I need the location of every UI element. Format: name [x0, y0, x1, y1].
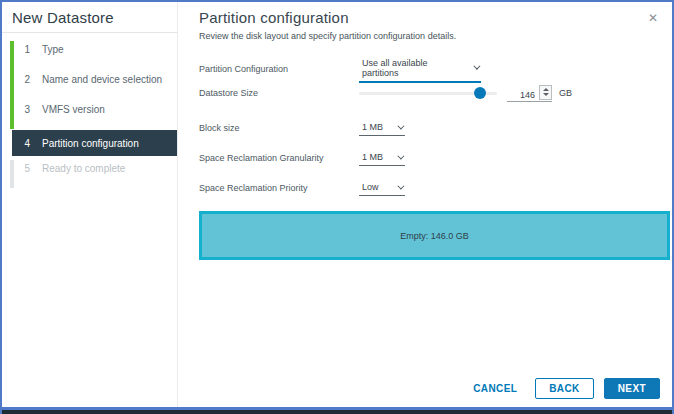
- space-reclamation-priority-row: Space Reclamation Priority Low: [199, 180, 405, 196]
- next-button[interactable]: NEXT: [604, 378, 660, 399]
- chevron-down-icon: [397, 182, 404, 189]
- wizard-footer: CANCEL BACK NEXT: [471, 378, 660, 399]
- selected-value: 1 MB: [362, 122, 383, 132]
- space-reclamation-priority-label: Space Reclamation Priority: [199, 183, 359, 193]
- partition-bar-label: Empty: 146.0 GB: [400, 231, 469, 241]
- dialog-title: New Datastore: [12, 9, 114, 26]
- step-label: VMFS version: [42, 104, 105, 115]
- space-reclamation-priority-select[interactable]: Low: [359, 180, 405, 196]
- selected-value: Use all available partitions: [362, 58, 465, 78]
- partition-configuration-select[interactable]: Use all available partitions: [359, 56, 481, 83]
- dialog-bottom-edge: [2, 407, 672, 414]
- selected-value: 1 MB: [362, 152, 383, 162]
- partition-configuration-row: Partition Configuration Use all availabl…: [199, 61, 481, 77]
- sidebar-step-partition-configuration[interactable]: 4 Partition configuration: [12, 130, 177, 156]
- wizard-content: Partition configuration ✕ Review the dis…: [179, 2, 672, 414]
- stepper-up-icon[interactable]: [543, 88, 549, 91]
- new-datastore-dialog: New Datastore 1 Type 2 Name and device s…: [0, 0, 674, 414]
- sidebar-step-name-device[interactable]: 2 Name and device selection: [2, 74, 178, 85]
- disk-layout-empty-partition: Empty: 146.0 GB: [199, 211, 670, 260]
- datastore-size-row: Datastore Size GB: [199, 85, 572, 101]
- cancel-button[interactable]: CANCEL: [471, 379, 519, 398]
- step-number: 5: [23, 163, 30, 174]
- sidebar-divider: [2, 32, 177, 33]
- wizard-sidebar: New Datastore 1 Type 2 Name and device s…: [2, 2, 178, 414]
- step-number: 2: [23, 74, 30, 85]
- selected-value: Low: [362, 182, 379, 192]
- step-number: 1: [23, 44, 30, 55]
- slider-handle[interactable]: [474, 87, 486, 99]
- block-size-select[interactable]: 1 MB: [359, 120, 405, 136]
- step-label: Partition configuration: [42, 138, 139, 149]
- space-reclamation-granularity-row: Space Reclamation Granularity 1 MB: [199, 150, 405, 166]
- chevron-down-icon: [473, 63, 480, 70]
- partition-configuration-label: Partition Configuration: [199, 64, 359, 74]
- step-label: Ready to complete: [42, 163, 125, 174]
- space-reclamation-granularity-select[interactable]: 1 MB: [359, 150, 405, 166]
- sidebar-step-ready-to-complete: 5 Ready to complete: [2, 163, 178, 174]
- page-title: Partition configuration: [199, 9, 349, 26]
- datastore-size-label: Datastore Size: [199, 88, 359, 98]
- datastore-size-input-group: [507, 85, 552, 102]
- datastore-size-slider[interactable]: [359, 86, 497, 100]
- stepper-down-icon[interactable]: [543, 93, 549, 96]
- close-icon[interactable]: ✕: [646, 10, 660, 26]
- step-number: 4: [23, 138, 30, 149]
- block-size-row: Block size 1 MB: [199, 120, 405, 136]
- datastore-size-input[interactable]: [507, 90, 535, 100]
- back-button[interactable]: BACK: [535, 378, 594, 399]
- datastore-size-stepper[interactable]: [539, 85, 552, 100]
- space-reclamation-granularity-label: Space Reclamation Granularity: [199, 153, 359, 163]
- block-size-label: Block size: [199, 123, 359, 133]
- sidebar-step-vmfs-version[interactable]: 3 VMFS version: [2, 104, 178, 115]
- step-label: Type: [42, 44, 64, 55]
- page-subtitle: Review the disk layout and specify parti…: [199, 31, 456, 41]
- chevron-down-icon: [397, 152, 404, 159]
- sidebar-step-type[interactable]: 1 Type: [2, 44, 178, 55]
- datastore-size-unit: GB: [559, 88, 572, 98]
- chevron-down-icon: [397, 122, 404, 129]
- step-label: Name and device selection: [42, 74, 162, 85]
- step-number: 3: [23, 104, 30, 115]
